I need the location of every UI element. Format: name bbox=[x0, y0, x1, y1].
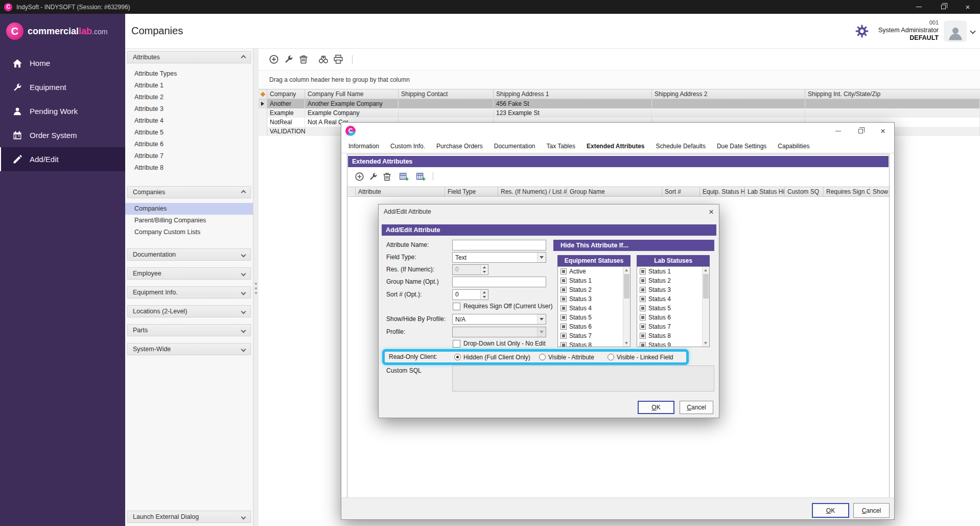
import-grid-icon[interactable] bbox=[399, 172, 409, 181]
status-list-item[interactable]: Status 8 bbox=[637, 331, 702, 340]
chevron-down-icon[interactable] bbox=[537, 314, 546, 324]
status-list-item[interactable]: Active bbox=[558, 267, 623, 276]
status-checkbox[interactable] bbox=[561, 342, 567, 347]
export-grid-icon[interactable] bbox=[416, 172, 426, 181]
status-list-item[interactable]: Status 8 bbox=[558, 340, 623, 347]
dialog-close-button[interactable]: × bbox=[709, 208, 714, 216]
lab-statuses-list[interactable]: Status 1 Status 2 Status 3 Status 4 Stat… bbox=[637, 266, 710, 347]
panel-splitter[interactable] bbox=[253, 49, 259, 526]
column-header-res-if-numeric[interactable]: Res. (If Numeric) / List # bbox=[498, 187, 567, 196]
status-list-item[interactable]: Status 6 bbox=[637, 313, 702, 322]
column-header-shipping-address-2[interactable]: Shipping Address 2 bbox=[652, 89, 805, 99]
column-header-sort[interactable]: Sort # bbox=[662, 187, 700, 196]
column-header-company-full-name[interactable]: Company Full Name bbox=[305, 89, 399, 99]
status-checkbox[interactable] bbox=[561, 278, 567, 284]
nav-item-company-custom-lists[interactable]: Company Custom Lists bbox=[125, 226, 253, 238]
column-header-field-type[interactable]: Field Type bbox=[445, 187, 498, 196]
launch-external-dialog-button[interactable]: Launch External Dialog bbox=[127, 511, 251, 523]
chevron-down-icon[interactable] bbox=[537, 253, 546, 262]
chevron-down-icon[interactable] bbox=[970, 28, 975, 34]
print-icon[interactable] bbox=[333, 54, 343, 64]
status-list-item[interactable]: Status 7 bbox=[637, 322, 702, 331]
status-list-item[interactable]: Status 3 bbox=[637, 285, 702, 294]
status-list-item[interactable]: Status 3 bbox=[558, 294, 623, 304]
radio-group-visible-attribute[interactable]: Visible - Attribute bbox=[539, 352, 594, 362]
group-name-input[interactable] bbox=[452, 277, 546, 287]
radio-visible-attribute[interactable] bbox=[539, 354, 546, 360]
window-minimize-button[interactable] bbox=[906, 0, 931, 14]
column-header-shipping-city-state-zip[interactable]: Shipping Int. City/State/Zip bbox=[805, 89, 980, 99]
stepper-arrows[interactable] bbox=[480, 290, 488, 300]
nav-section-employee[interactable]: Employee bbox=[127, 267, 251, 280]
status-checkbox[interactable] bbox=[640, 305, 646, 311]
edit-icon[interactable] bbox=[368, 172, 378, 181]
ok-button[interactable]: OK bbox=[638, 401, 674, 414]
status-checkbox[interactable] bbox=[640, 268, 646, 275]
status-list-item[interactable]: Status 4 bbox=[637, 294, 702, 304]
cancel-button[interactable]: Cancel bbox=[680, 401, 713, 414]
nav-section-companies[interactable]: Companies bbox=[127, 186, 251, 198]
nav-section-documentation[interactable]: Documentation bbox=[127, 248, 251, 261]
status-list-item[interactable]: Status 9 bbox=[637, 340, 702, 347]
table-row[interactable]: Another Another Example Company 456 Fake… bbox=[259, 99, 980, 108]
radio-group-hidden-full-client[interactable]: Hidden (Full Client Only) bbox=[454, 352, 530, 362]
status-checkbox[interactable] bbox=[561, 333, 567, 339]
window-restore-button[interactable] bbox=[931, 0, 955, 14]
nav-item-attribute-1[interactable]: Attribute 1 bbox=[125, 80, 253, 92]
column-header-group-name[interactable]: Group Name bbox=[567, 187, 662, 196]
nav-section-locations[interactable]: Locations (2-Level) bbox=[127, 305, 251, 317]
attribute-name-input[interactable] bbox=[452, 240, 546, 250]
add-icon[interactable] bbox=[355, 172, 364, 181]
status-list-item[interactable]: Status 6 bbox=[558, 322, 623, 331]
status-checkbox[interactable] bbox=[561, 324, 567, 330]
status-list-item[interactable]: Status 5 bbox=[558, 313, 623, 322]
scroll-up-icon[interactable] bbox=[625, 269, 628, 271]
tab-capabilities[interactable]: Capabilities bbox=[778, 143, 809, 150]
scrollbar[interactable] bbox=[623, 267, 630, 347]
status-checkbox[interactable] bbox=[640, 333, 646, 339]
nav-item-attribute-types[interactable]: Attribute Types bbox=[125, 68, 253, 80]
sort-number-stepper[interactable]: 0 bbox=[452, 289, 488, 300]
status-checkbox[interactable] bbox=[640, 287, 646, 293]
tab-information[interactable]: Information bbox=[348, 143, 379, 150]
nav-section-attributes[interactable]: Attributes bbox=[127, 51, 251, 63]
tab-custom-info[interactable]: Custom Info. bbox=[390, 143, 425, 150]
edit-icon[interactable] bbox=[284, 54, 294, 64]
radio-group-visible-linked-field[interactable]: Visible - Linked Field bbox=[608, 352, 673, 362]
status-checkbox[interactable] bbox=[640, 342, 646, 347]
nav-item-attribute-2[interactable]: Attribute 2 bbox=[125, 92, 253, 103]
scrollbar[interactable] bbox=[702, 267, 709, 347]
tab-schedule-defaults[interactable]: Schedule Defaults bbox=[656, 143, 706, 150]
status-checkbox[interactable] bbox=[640, 324, 646, 330]
tab-tax-tables[interactable]: Tax Tables bbox=[546, 143, 575, 150]
column-header-lab-status-hide[interactable]: Lab Status Hi bbox=[745, 187, 785, 196]
nav-item-attribute-8[interactable]: Attribute 8 bbox=[125, 162, 253, 174]
status-list-item[interactable]: Status 1 bbox=[558, 276, 623, 285]
nav-item-parent-billing-companies[interactable]: Parent/Billing Companies bbox=[125, 215, 253, 226]
delete-icon[interactable] bbox=[382, 172, 392, 181]
column-header-attribute[interactable]: Attribute bbox=[356, 187, 445, 196]
avatar[interactable] bbox=[944, 20, 967, 42]
column-header-shipping-address-1[interactable]: Shipping Address 1 bbox=[494, 89, 652, 99]
sidebar-item-equipment[interactable]: Equipment bbox=[0, 75, 125, 99]
column-header-equip-status-hide[interactable]: Equip. Status H bbox=[700, 187, 745, 196]
field-type-select[interactable]: Text bbox=[452, 252, 546, 263]
dialog-titlebar[interactable]: Add/Edit Attribute × bbox=[379, 204, 719, 219]
radio-visible-linked-field[interactable] bbox=[608, 354, 614, 360]
nav-item-attribute-3[interactable]: Attribute 3 bbox=[125, 103, 253, 115]
status-list-item[interactable]: Status 7 bbox=[558, 331, 623, 340]
nav-section-parts[interactable]: Parts bbox=[127, 324, 251, 336]
dialog-maximize-button[interactable] bbox=[849, 123, 872, 139]
nav-item-attribute-7[interactable]: Attribute 7 bbox=[125, 150, 253, 162]
sidebar-item-pending-work[interactable]: Pending Work bbox=[0, 99, 125, 123]
tab-due-date-settings[interactable]: Due Date Settings bbox=[717, 143, 766, 150]
scrollbar-thumb[interactable] bbox=[624, 274, 629, 299]
equipment-statuses-list[interactable]: Active Status 1 Status 2 Status 3 Status… bbox=[557, 266, 631, 347]
scroll-down-icon[interactable] bbox=[625, 342, 628, 345]
tab-documentation[interactable]: Documentation bbox=[494, 143, 535, 150]
status-list-item[interactable]: Status 4 bbox=[558, 304, 623, 313]
requires-sign-off-checkbox[interactable] bbox=[453, 303, 460, 310]
show-hide-profile-select[interactable]: N/A bbox=[452, 314, 546, 325]
nav-item-companies[interactable]: Companies bbox=[125, 203, 253, 215]
sidebar-item-add-edit[interactable]: Add/Edit bbox=[0, 147, 125, 171]
